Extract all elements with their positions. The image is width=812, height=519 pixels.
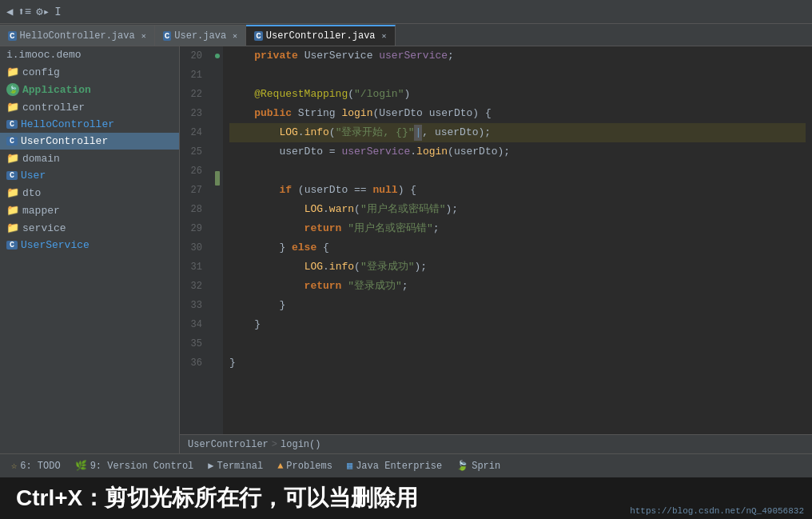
sidebar: i.imooc.demo 📁 config 🍃 Application 📁 co… (0, 46, 180, 453)
terminal-icon: ▶ (208, 460, 213, 472)
tab-hello-controller[interactable]: C HelloController.java ✕ (0, 25, 155, 46)
code-line: return "用户名或密码错"; (229, 219, 806, 238)
gutter (212, 46, 223, 434)
code-line: public String login(UserDto userDto) { (229, 104, 806, 123)
tooltip-bar: Ctrl+X：剪切光标所在行，可以当删除用 https://blog.csdn.… (0, 477, 812, 519)
code-line (229, 162, 806, 181)
user-controller-label: UserController (21, 135, 108, 147)
main-area: i.imooc.demo 📁 config 🍃 Application 📁 co… (0, 46, 812, 453)
folder-icon: 📁 (6, 101, 19, 114)
code-line: private UserService userService; (229, 46, 806, 66)
sidebar-item-controller[interactable]: 📁 controller (0, 98, 179, 116)
terminal-label: Terminal (217, 461, 264, 472)
tab-close-icon[interactable]: ✕ (141, 31, 146, 41)
code-line: LOG.warn("用户名或密码错"); (229, 200, 806, 219)
tooltip-text: Ctrl+X：剪切光标所在行，可以当删除用 (16, 483, 418, 513)
user-label: User (21, 170, 46, 182)
code-line-cursor: LOG.info("登录开始, {}"|, userDto); (229, 123, 806, 142)
step-icon[interactable]: I (54, 6, 61, 18)
controller-label: controller (22, 102, 85, 114)
sidebar-item-service[interactable]: 📁 service (0, 219, 179, 237)
code-editor[interactable]: 20 21 22 23 24 25 26 27 28 29 30 31 32 3… (180, 46, 812, 453)
code-line (229, 334, 806, 353)
code-lines[interactable]: private UserService userService; @Reques… (223, 46, 812, 434)
hierarchy-icon[interactable]: ⬆≡ (18, 5, 31, 18)
class-badge: C (6, 120, 18, 129)
code-line (229, 66, 806, 85)
code-line: return "登录成功"; (229, 277, 806, 296)
java-enterprise-icon: ▦ (347, 460, 352, 472)
tab-user-controller[interactable]: C UserController.java ✕ (246, 25, 395, 46)
breadcrumb-separator: > (272, 439, 277, 450)
tab-close-icon[interactable]: ✕ (382, 31, 387, 41)
settings-run-icon[interactable]: ⚙▸ (36, 5, 50, 18)
sidebar-item-config[interactable]: 📁 config (0, 63, 179, 81)
breadcrumb: UserController > login() (180, 434, 812, 453)
toolbar: ◀ ⬆≡ ⚙▸ I (0, 0, 812, 24)
dto-label: dto (22, 187, 41, 199)
problems-label: Problems (286, 461, 332, 472)
spring-label: Sprin (472, 461, 500, 472)
package-label: i.imooc.demo (6, 49, 82, 61)
code-line: @RequestMapping("/login") (229, 85, 806, 104)
tab-usercontroller-label: UserController.java (266, 30, 376, 42)
spring-boot-icon: 🍃 (6, 83, 19, 96)
version-control-button[interactable]: 🌿 9: Version Control (69, 458, 201, 473)
java-class-icon: C (254, 31, 263, 41)
sidebar-item-application[interactable]: 🍃 Application (0, 81, 179, 98)
sidebar-item-dto[interactable]: 📁 dto (0, 184, 179, 202)
todo-label: 6: TODO (20, 461, 60, 472)
class-badge: C (6, 137, 18, 146)
problems-button[interactable]: ▲ Problems (271, 459, 339, 473)
todo-icon: ☆ (11, 460, 17, 472)
spring-button[interactable]: 🍃 Sprin (450, 458, 507, 473)
vc-label: 9: Version Control (90, 461, 194, 472)
domain-label: domain (22, 153, 60, 165)
user-service-label: UserService (21, 239, 90, 251)
java-enterprise-button[interactable]: ▦ Java Enterprise (340, 458, 448, 473)
tab-close-icon[interactable]: ✕ (233, 31, 237, 41)
tab-user-label: User.java (174, 30, 226, 42)
hello-controller-label: HelloController (21, 118, 114, 130)
tab-hello-label: HelloController.java (20, 30, 135, 42)
version-control-icon: 🌿 (75, 460, 87, 472)
tab-user[interactable]: C User.java ✕ (155, 25, 246, 46)
bottom-tool-bar: ☆ 6: TODO 🌿 9: Version Control ▶ Termina… (0, 453, 812, 477)
class-badge: C (6, 171, 18, 180)
code-line: userDto = userService.login(userDto); (229, 142, 806, 162)
breadcrumb-class: UserController (188, 439, 269, 450)
sidebar-item-user-service[interactable]: C UserService (0, 237, 179, 254)
application-label: Application (22, 84, 91, 96)
java-class-icon: C (8, 31, 17, 41)
code-line: } (229, 315, 806, 334)
line-numbers: 20 21 22 23 24 25 26 27 28 29 30 31 32 3… (180, 46, 212, 434)
spring-icon: 🍃 (456, 460, 468, 472)
terminal-button[interactable]: ▶ Terminal (201, 458, 269, 473)
code-area[interactable]: 20 21 22 23 24 25 26 27 28 29 30 31 32 3… (180, 46, 812, 434)
tooltip-url: https://blog.csdn.net/nQ_49056832 (630, 506, 804, 516)
problems-icon: ▲ (277, 461, 283, 472)
todo-button[interactable]: ☆ 6: TODO (5, 458, 67, 473)
sidebar-item-user-controller[interactable]: C UserController (0, 133, 179, 150)
sidebar-item-package[interactable]: i.imooc.demo (0, 46, 179, 63)
sidebar-item-mapper[interactable]: 📁 mapper (0, 202, 179, 219)
folder-icon: 📁 (6, 152, 19, 165)
breadcrumb-method: login() (281, 439, 320, 450)
code-line: } else { (229, 238, 806, 258)
sidebar-item-hello-controller[interactable]: C HelloController (0, 116, 179, 133)
folder-icon: 📁 (6, 222, 19, 234)
folder-icon: 📁 (6, 186, 19, 199)
java-class-icon: C (163, 31, 172, 41)
code-line: } (229, 296, 806, 315)
tab-bar: C HelloController.java ✕ C User.java ✕ C… (0, 24, 812, 46)
folder-icon: 📁 (6, 204, 19, 217)
sidebar-item-user[interactable]: C User (0, 167, 179, 184)
code-line: LOG.info("登录成功"); (229, 258, 806, 277)
back-icon[interactable]: ◀ (6, 5, 13, 18)
mapper-label: mapper (22, 205, 60, 217)
service-label: service (22, 222, 66, 234)
code-line: } (229, 353, 806, 373)
code-line: if (userDto == null) { (229, 181, 806, 200)
folder-icon: 📁 (6, 66, 19, 78)
sidebar-item-domain[interactable]: 📁 domain (0, 150, 179, 167)
